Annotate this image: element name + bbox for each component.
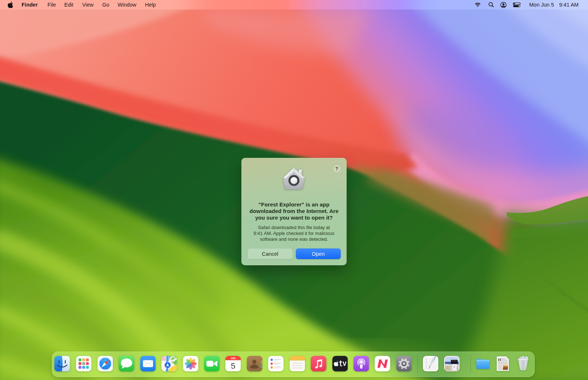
svg-text:5: 5	[231, 361, 236, 370]
svg-text:H: H	[498, 357, 501, 362]
svg-text:JUN: JUN	[231, 357, 236, 360]
